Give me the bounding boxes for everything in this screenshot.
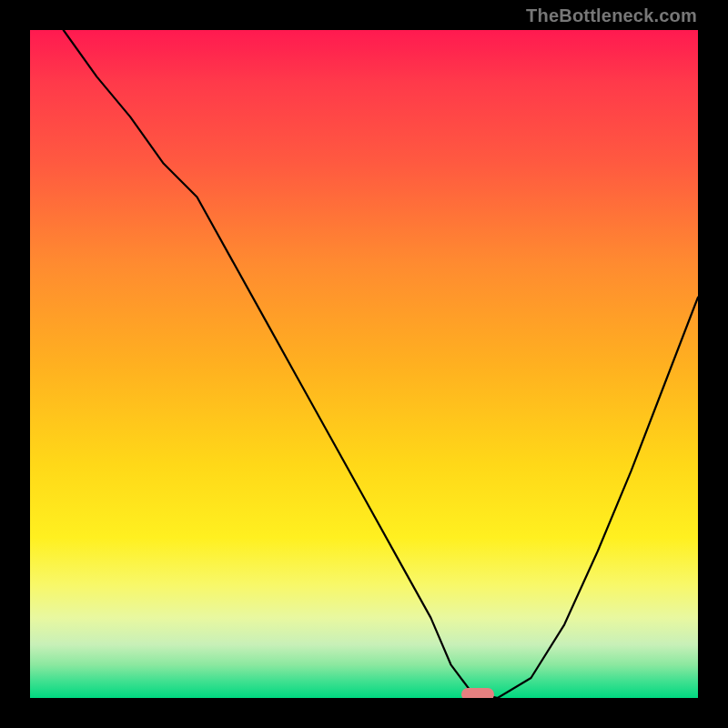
bottleneck-curve	[30, 30, 698, 698]
chart-frame: TheBottleneck.com	[0, 0, 728, 728]
plot-area	[30, 30, 698, 698]
watermark-text: TheBottleneck.com	[526, 5, 697, 26]
optimal-point-marker	[461, 688, 494, 698]
